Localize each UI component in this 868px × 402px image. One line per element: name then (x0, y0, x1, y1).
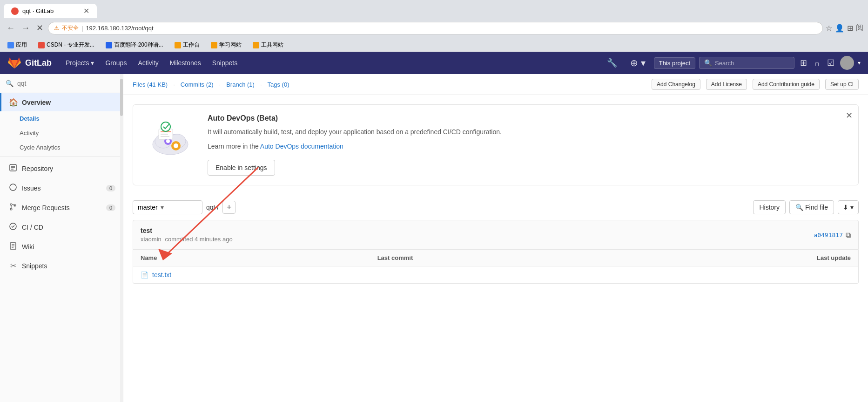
work-icon (175, 42, 181, 48)
bookmark-study-label: 学习网站 (219, 41, 242, 49)
sidebar-item-cicd[interactable]: CI / CD (0, 218, 123, 237)
snippets-icon: ✂ (9, 261, 17, 270)
navbar-link-activity[interactable]: Activity (133, 56, 163, 69)
file-info-bar: Files (41 KB) · Commits (2) · Branch (1)… (123, 74, 868, 95)
devops-illustration (142, 114, 198, 161)
gitlab-logo[interactable]: GitLab (7, 56, 52, 70)
sidebar-item-snippets[interactable]: ✂ Snippets (0, 257, 123, 275)
auto-devops-docs-link[interactable]: Auto DevOps documentation (260, 143, 343, 150)
find-file-button[interactable]: 🔍 Find file (789, 200, 834, 214)
merge-requests-icon (9, 203, 17, 213)
branches-link[interactable]: Branch (1) (226, 81, 255, 88)
file-table: Name Last commit Last update 📄 test.txt (133, 250, 859, 284)
bookmark-work[interactable]: 工作台 (172, 40, 202, 50)
tab-close-icon[interactable]: ✕ (83, 7, 89, 15)
this-project-button[interactable]: This project (654, 57, 695, 69)
navbar-link-projects[interactable]: Projects ▾ (61, 56, 99, 69)
user-account-icon[interactable]: 👤 (835, 24, 844, 33)
history-button[interactable]: History (753, 200, 786, 214)
reload-button[interactable]: ✕ (34, 21, 45, 35)
auto-devops-title: Auto DevOps (Beta) (208, 114, 502, 123)
reading-mode-icon[interactable]: ⊞ (847, 24, 853, 33)
tab-bar: qqt · GitLab ✕ (0, 0, 868, 18)
col-last-commit: Last commit (377, 254, 614, 261)
navbar-link-groups[interactable]: Groups (101, 56, 131, 69)
tags-link[interactable]: Tags (0) (268, 81, 289, 88)
bookmark-apps-label: 应用 (16, 41, 27, 49)
add-contribution-button[interactable]: Add Contribution guide (753, 79, 820, 90)
browser-tab[interactable]: qqt · GitLab ✕ (4, 4, 97, 18)
bookmark-tools[interactable]: 工具网站 (250, 40, 286, 50)
add-license-button[interactable]: Add License (706, 79, 747, 90)
issues-icon[interactable]: ☑ (825, 56, 836, 70)
file-name[interactable]: 📄 test.txt (141, 271, 377, 279)
sidebar-item-issues[interactable]: Issues 0 (0, 178, 123, 198)
layout-icon[interactable]: ⊞ (798, 56, 809, 70)
download-button[interactable]: ⬇ ▾ (838, 200, 859, 214)
commits-link[interactable]: Commits (2) (181, 81, 214, 88)
browser-toolbar: ← → ✕ ⚠ 不安全 | 192.168.180.132/root/qqt ☆… (0, 18, 868, 38)
sidebar-activity-label: Activity (20, 129, 39, 136)
sep-3: · (260, 81, 262, 88)
back-button[interactable]: ← (5, 21, 17, 35)
files-link[interactable]: Files (41 KB) (133, 81, 168, 88)
bookmark-baidu-label: 百度翻译-200种语... (114, 41, 163, 49)
sidebar-divider-1 (0, 157, 123, 157)
study-icon (211, 42, 217, 48)
sidebar-search-input[interactable] (17, 80, 117, 87)
search-input[interactable] (715, 60, 789, 67)
file-name-text: test.txt (152, 271, 171, 279)
navbar-link-snippets[interactable]: Snippets (208, 56, 242, 69)
bookmark-icon[interactable]: ☆ (826, 24, 832, 33)
search-box[interactable]: 🔍 (699, 57, 794, 69)
enable-in-settings-button[interactable]: Enable in settings (208, 160, 275, 176)
svg-point-27 (166, 139, 170, 143)
bookmark-csdn[interactable]: CSDN - 专业开发... (35, 40, 97, 50)
user-avatar[interactable] (840, 56, 854, 70)
setup-ci-button[interactable]: Set up CI (825, 79, 859, 90)
sidebar-item-details[interactable]: Details (0, 111, 123, 126)
path-add-button[interactable]: + (222, 201, 236, 214)
copy-hash-icon[interactable]: ⧉ (846, 231, 851, 239)
commit-message: test (141, 227, 233, 234)
path-text: qqt / (206, 204, 219, 211)
bookmark-apps[interactable]: 应用 (5, 40, 30, 50)
download-dropdown-icon: ▾ (850, 204, 854, 211)
overview-icon: 🏠 (9, 98, 17, 107)
commit-hash-value[interactable]: a0491817 (814, 232, 843, 238)
forward-button[interactable]: → (20, 21, 32, 35)
issues-badge: 0 (106, 185, 115, 191)
svg-marker-6 (18, 57, 20, 60)
sidebar-details-label: Details (20, 115, 40, 122)
bookmark-study[interactable]: 学习网站 (208, 40, 244, 50)
wrench-icon[interactable]: 🔧 (602, 55, 622, 71)
add-changelog-button[interactable]: Add Changelog (652, 79, 700, 90)
bookmark-work-label: 工作台 (183, 41, 200, 49)
sidebar-item-wiki[interactable]: Wiki (0, 237, 123, 257)
reading-list-icon[interactable]: 阅 (856, 23, 863, 33)
repository-icon (9, 164, 17, 174)
sidebar-item-cycle-analytics[interactable]: Cycle Analytics (0, 140, 123, 155)
repo-controls: master ▾ qqt / + History 🔍 Find file ⬇ ▾ (123, 195, 868, 220)
sidebar-item-overview[interactable]: 🏠 Overview (0, 93, 123, 111)
banner-close-button[interactable]: ✕ (846, 110, 853, 121)
sidebar-item-activity[interactable]: Activity (0, 126, 123, 140)
user-dropdown-arrow[interactable]: ▾ (858, 60, 861, 66)
merge-request-icon[interactable]: ⑃ (813, 56, 821, 70)
branch-select[interactable]: master ▾ (133, 200, 202, 214)
col-last-update: Last update (614, 254, 851, 261)
cicd-icon (9, 222, 17, 232)
sep-2: · (219, 81, 221, 88)
sidebar-search[interactable]: 🔍 (0, 74, 123, 93)
sidebar-item-merge-requests[interactable]: Merge Requests 0 (0, 198, 123, 218)
bookmark-baidu[interactable]: 百度翻译-200种语... (103, 40, 166, 50)
navbar-link-milestones[interactable]: Milestones (165, 56, 206, 69)
gitlab-logo-icon (7, 56, 21, 70)
plus-icon[interactable]: ⊕ ▾ (626, 55, 650, 71)
commit-details: test xiaomin committed 4 minutes ago (141, 227, 233, 243)
bookmark-csdn-label: CSDN - 专业开发... (47, 41, 94, 49)
address-bar[interactable]: ⚠ 不安全 | 192.168.180.132/root/qqt (48, 22, 823, 34)
sidebar-item-repository[interactable]: Repository (0, 159, 123, 178)
gitlab-logo-text: GitLab (25, 58, 52, 68)
tab-title: qqt · GitLab (22, 7, 54, 14)
